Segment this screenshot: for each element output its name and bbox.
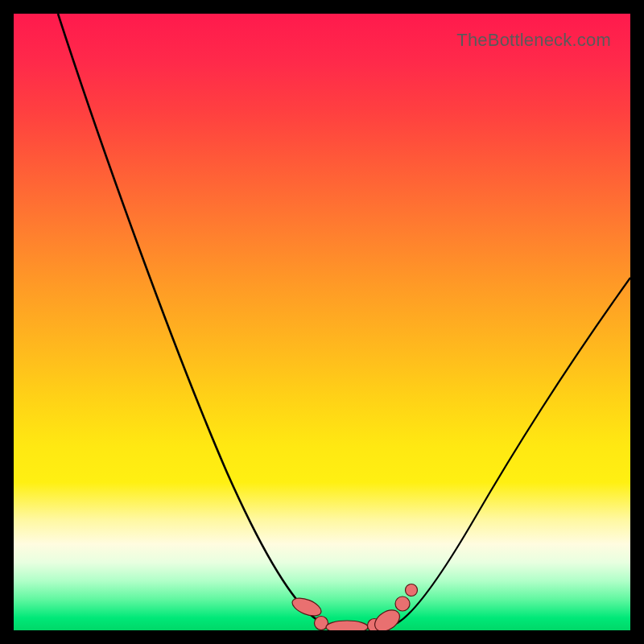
bead-7 [406, 584, 418, 597]
watermark-text: TheBottleneck.com [456, 30, 611, 51]
curve-left-arm [58, 14, 331, 626]
bead-6 [395, 597, 410, 611]
bottleneck-curve [14, 14, 630, 630]
bead-3 [326, 621, 368, 630]
chart-plot-area: TheBottleneck.com [14, 14, 630, 630]
curve-right-arm [398, 278, 630, 622]
